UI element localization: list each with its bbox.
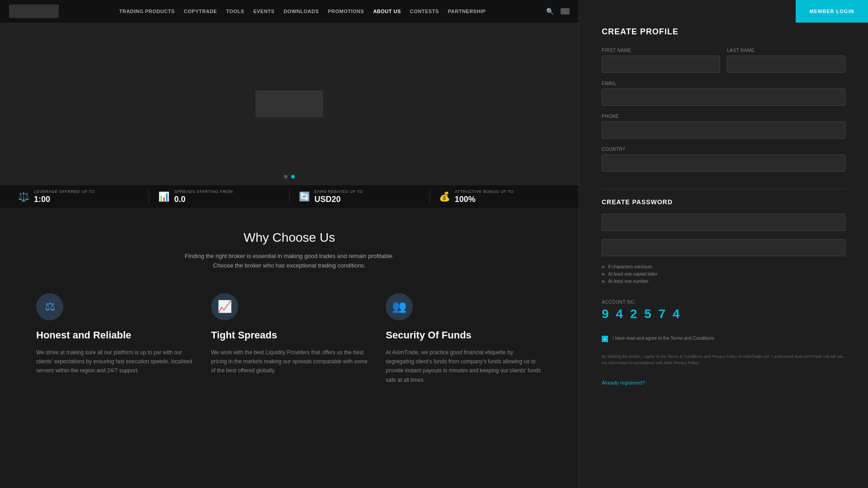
hero-dot-2[interactable] xyxy=(291,175,295,178)
security-icon-wrap: 👥 xyxy=(386,293,413,320)
feature-tight-spreads: 📈 Tight Spreads We work with the best Li… xyxy=(211,293,368,385)
rebates-value: USD20 xyxy=(315,195,363,204)
spreads-icon-wrap: 📈 xyxy=(211,293,238,320)
nav-item-downloads[interactable]: DOWNLOADS xyxy=(283,9,319,14)
leverage-value: 1:00 xyxy=(34,195,95,204)
create-password-heading: CREATE PASSWORD xyxy=(602,198,845,206)
nav-items: TRADING PRODUCTS COPYTRADE TOOLS EVENTS … xyxy=(72,9,533,14)
nav-item-copytrade[interactable]: COPYTRADE xyxy=(184,9,217,14)
first-name-group: FIRST NAME xyxy=(602,48,720,73)
country-label: COUNTRY xyxy=(602,147,845,152)
confirm-password-group xyxy=(602,239,845,256)
hero-popup-image xyxy=(255,90,323,117)
spreads-icon: 📊 xyxy=(158,191,170,202)
stat-rebates: 🔄 EARN REBATES UP TO USD20 xyxy=(290,189,430,204)
email-label: EMAIL xyxy=(602,81,845,86)
req-text-3: At least one number xyxy=(608,279,649,284)
honest-icon-wrap: ⚖ xyxy=(36,293,63,320)
honest-desc: We strive at making sure all our platfor… xyxy=(36,348,193,375)
req-text-1: 8 characters minimum xyxy=(608,264,652,269)
why-choose-section: Why Choose Us Finding the right broker i… xyxy=(36,230,542,271)
terms-text: By clicking the button, I agree to the T… xyxy=(602,353,845,366)
bonus-label: ATTRACTIVE BONUS UP TO xyxy=(455,189,514,194)
logo[interactable] xyxy=(9,5,59,18)
honest-title: Honest and Reliable xyxy=(36,329,131,341)
checkbox-section: ✓ I have read and agree to the Terms and… xyxy=(602,335,845,347)
name-row: FIRST NAME LAST NAME xyxy=(602,48,845,81)
req-dot-1 xyxy=(602,266,604,268)
nav-item-partnership[interactable]: PARTNERSHIP xyxy=(448,9,486,14)
terms-checkbox-row: ✓ I have read and agree to the Terms and… xyxy=(602,335,845,342)
tight-spreads-title: Tight Spreads xyxy=(211,329,277,341)
last-name-input[interactable] xyxy=(727,56,845,73)
first-name-label: FIRST NAME xyxy=(602,48,720,53)
password-input[interactable] xyxy=(602,214,845,231)
req-text-2: At least one capital letter xyxy=(608,272,658,277)
nav-item-events[interactable]: EVENTS xyxy=(253,9,274,14)
checkbox-checkmark: ✓ xyxy=(602,336,608,342)
spreads-value: 0.0 xyxy=(174,195,233,204)
create-profile-heading: CREATE PROFILE xyxy=(602,27,845,37)
terms-checkbox-label: I have read and agree to the Terms and C… xyxy=(613,335,714,342)
nav-item-about-us[interactable]: ABOUT US xyxy=(373,9,401,14)
req-dot-3 xyxy=(602,280,604,283)
nav-item-tools[interactable]: TOOLS xyxy=(226,9,244,14)
nav-item-trading-products[interactable]: TRADING PRODUCTS xyxy=(119,9,175,14)
nav-item-contests[interactable]: CONTESTS xyxy=(410,9,439,14)
security-desc: At AximTrade, we practice good financial… xyxy=(386,348,542,385)
registration-panel: CREATE PROFILE FIRST NAME LAST NAME EMAI… xyxy=(579,0,868,488)
tight-spreads-desc: We work with the best Liquidity Provider… xyxy=(211,348,368,375)
email-input[interactable] xyxy=(602,89,845,106)
stat-bonus: 💰 ATTRACTIVE BONUS UP TO 100% xyxy=(430,189,570,204)
req-dot-2 xyxy=(602,273,604,276)
req-item-3: At least one number xyxy=(602,279,845,284)
account-number-section: ACCOUNT NO. 9 4 2 5 7 4 xyxy=(602,300,845,321)
nav-right: 🔍 xyxy=(546,8,570,15)
phone-label: PHONE xyxy=(602,114,845,119)
bonus-icon: 💰 xyxy=(439,191,450,202)
security-title: Security Of Funds xyxy=(386,329,471,341)
leverage-icon: ⚖️ xyxy=(18,191,29,202)
hero-banner xyxy=(0,23,579,185)
account-number-label: ACCOUNT NO. xyxy=(602,300,845,305)
first-name-input[interactable] xyxy=(602,56,720,73)
password-group xyxy=(602,214,845,231)
req-item-2: At least one capital letter xyxy=(602,272,845,277)
why-choose-title: Why Choose Us xyxy=(36,230,542,245)
phone-group: PHONE xyxy=(602,114,845,139)
spreads-label: SPREADS STARTING FROM xyxy=(174,189,233,194)
bonus-value: 100% xyxy=(455,195,514,204)
account-number-value: 9 4 2 5 7 4 xyxy=(602,307,845,321)
member-login-button[interactable]: MEMBER LOGIN xyxy=(796,0,868,23)
country-input[interactable] xyxy=(602,155,845,172)
features-list: ⚖ Honest and Reliable We strive at makin… xyxy=(36,293,542,385)
rebates-icon: 🔄 xyxy=(299,191,310,202)
country-group: COUNTRY xyxy=(602,147,845,172)
honest-icon: ⚖ xyxy=(45,300,55,314)
terms-checkbox[interactable]: ✓ xyxy=(602,336,608,342)
hero-dot-1[interactable] xyxy=(284,175,288,178)
language-flag[interactable] xyxy=(561,8,570,14)
stat-leverage: ⚖️ LEVERAGE OFFERED UP TO 1:00 xyxy=(9,189,149,204)
search-icon[interactable]: 🔍 xyxy=(546,8,554,15)
password-requirements: 8 characters minimum At least one capita… xyxy=(602,264,845,286)
security-icon: 👥 xyxy=(392,300,406,314)
main-content: Why Choose Us Finding the right broker i… xyxy=(0,208,579,407)
tight-spreads-icon: 📈 xyxy=(217,300,232,314)
stats-bar: ⚖️ LEVERAGE OFFERED UP TO 1:00 📊 SPREADS… xyxy=(0,185,579,208)
already-registered-link[interactable]: Already registered? xyxy=(602,380,845,385)
hero-indicators xyxy=(284,175,295,178)
last-name-group: LAST NAME xyxy=(727,48,845,73)
last-name-label: LAST NAME xyxy=(727,48,845,53)
navigation: TRADING PRODUCTS COPYTRADE TOOLS EVENTS … xyxy=(0,0,579,23)
confirm-password-input[interactable] xyxy=(602,239,845,256)
rebates-label: EARN REBATES UP TO xyxy=(315,189,363,194)
req-item-1: 8 characters minimum xyxy=(602,264,845,269)
email-group: EMAIL xyxy=(602,81,845,106)
feature-security: 👥 Security Of Funds At AximTrade, we pra… xyxy=(386,293,542,385)
panel-divider xyxy=(602,189,845,189)
phone-input[interactable] xyxy=(602,122,845,139)
leverage-label: LEVERAGE OFFERED UP TO xyxy=(34,189,95,194)
nav-item-promotions[interactable]: PROMOTIONS xyxy=(328,9,364,14)
why-choose-subtitle: Finding the right broker is essential in… xyxy=(36,252,542,271)
